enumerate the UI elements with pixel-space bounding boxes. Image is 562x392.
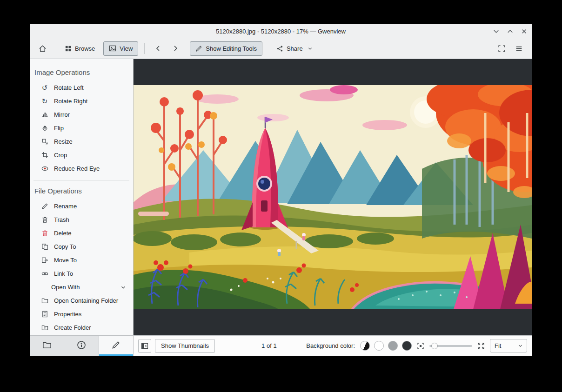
- link-to-icon: [41, 270, 48, 278]
- folder-tab-icon: [42, 340, 52, 352]
- sidebar-tab-information[interactable]: [64, 336, 99, 356]
- show-thumbnails-label: Show Thumbnails: [161, 342, 209, 349]
- sidebar-item-rotate-left[interactable]: ↺ Rotate Left: [30, 81, 133, 94]
- back-chevron-icon: [154, 45, 162, 52]
- view-button[interactable]: View: [103, 41, 138, 56]
- image-viewer-canvas[interactable]: [134, 59, 532, 335]
- sidebar-item-mirror[interactable]: Mirror: [30, 108, 133, 121]
- sidebar: Image Operations ↺ Rotate Left ↻ Rotate …: [30, 59, 134, 356]
- sidebar-item-label: Delete: [54, 230, 72, 237]
- forward-chevron-icon: [172, 45, 179, 52]
- flip-icon: [41, 125, 48, 132]
- sidebar-item-label: Link To: [54, 270, 73, 277]
- home-button[interactable]: [35, 41, 50, 56]
- sidebar-item-label: Open Containing Folder: [54, 297, 118, 304]
- zoom-actual-size-icon[interactable]: [477, 342, 485, 350]
- show-editing-tools-button[interactable]: Show Editing Tools: [190, 41, 262, 56]
- background-swatch-auto[interactable]: [360, 341, 370, 351]
- displayed-image: [134, 85, 532, 309]
- image-view-icon: [109, 45, 116, 52]
- back-button[interactable]: [151, 41, 165, 56]
- background-color-label: Background color:: [306, 342, 355, 349]
- titlebar[interactable]: 5120x2880.jpg - 5120x2880 - 17% — Gwenvi…: [30, 24, 532, 38]
- zoom-mode-select[interactable]: Fit: [490, 339, 527, 352]
- sidebar-item-label: Properties: [54, 311, 81, 318]
- sidebar-item-label: Rename: [54, 203, 77, 210]
- copy-to-icon: [41, 243, 48, 251]
- sidebar-item-label: Resize: [54, 138, 73, 145]
- page-indicator: 1 of 1: [261, 342, 277, 349]
- sidebar-item-open-containing-folder[interactable]: Open Containing Folder: [30, 294, 133, 307]
- sidebar-tab-operations[interactable]: [99, 336, 133, 356]
- zoom-slider-handle[interactable]: [431, 343, 438, 349]
- reduce-red-eye-icon: [41, 165, 48, 173]
- sidebar-item-open-with[interactable]: Open With: [30, 280, 133, 294]
- maximize-icon[interactable]: [505, 26, 515, 36]
- rename-icon: [41, 203, 48, 210]
- browse-button-label: Browse: [75, 45, 95, 52]
- resize-icon: [41, 138, 48, 146]
- sidebar-tab-folders[interactable]: [30, 336, 64, 356]
- statusbar: Show Thumbnails 1 of 1 Background color:: [134, 335, 532, 356]
- sidebar-item-move-to[interactable]: Move To: [30, 253, 133, 267]
- zoom-mode-value: Fit: [495, 342, 501, 349]
- minimize-icon[interactable]: [491, 26, 501, 36]
- sidebar-item-label: Open With: [51, 284, 80, 291]
- sidebar-item-properties[interactable]: Properties: [30, 307, 133, 321]
- show-thumbnails-button[interactable]: Show Thumbnails: [155, 339, 215, 353]
- background-swatch-dark[interactable]: [402, 341, 412, 351]
- toggle-sidebar-button[interactable]: [138, 339, 151, 353]
- menu-button[interactable]: [512, 41, 526, 56]
- sidebar-item-delete[interactable]: Delete: [30, 226, 133, 240]
- sidebar-item-rename[interactable]: Rename: [30, 199, 133, 213]
- show-editing-tools-label: Show Editing Tools: [206, 45, 257, 52]
- sidebar-item-flip[interactable]: Flip: [30, 121, 133, 135]
- sidebar-item-create-folder[interactable]: Create Folder: [30, 321, 133, 334]
- fullscreen-button[interactable]: [495, 41, 509, 56]
- toolbar-separator: [144, 43, 145, 54]
- pencil-icon: [195, 45, 202, 52]
- background-swatch-gray[interactable]: [388, 341, 398, 351]
- sidebar-item-link-to[interactable]: Link To: [30, 267, 133, 280]
- close-icon[interactable]: [519, 26, 529, 36]
- sidebar-item-reduce-red-eye[interactable]: Reduce Red Eye: [30, 162, 133, 175]
- move-to-icon: [41, 257, 48, 264]
- background-swatch-white[interactable]: [374, 341, 384, 351]
- sidebar-tabs: [30, 335, 133, 356]
- sidebar-panel-icon: [141, 342, 148, 350]
- sidebar-item-trash[interactable]: Trash: [30, 213, 133, 226]
- create-folder-icon: [41, 324, 48, 332]
- sidebar-item-resize[interactable]: Resize: [30, 135, 133, 148]
- mirror-icon: [41, 111, 48, 119]
- browse-button[interactable]: Browse: [59, 41, 100, 56]
- share-icon: [276, 45, 283, 52]
- image-operations-title: Image Operations: [30, 65, 133, 81]
- sidebar-item-label: Rotate Left: [54, 84, 84, 91]
- sidebar-item-label: Rotate Right: [54, 98, 87, 105]
- properties-icon: [41, 311, 48, 318]
- sidebar-item-copy-to[interactable]: Copy To: [30, 240, 133, 253]
- sidebar-operations-panel: Image Operations ↺ Rotate Left ↻ Rotate …: [30, 59, 133, 335]
- share-button[interactable]: Share: [271, 41, 319, 56]
- sidebar-item-label: Crop: [54, 152, 67, 159]
- chevron-down-icon: [120, 284, 127, 291]
- zoom-fit-icon[interactable]: [417, 342, 424, 350]
- sidebar-item-label: Move To: [54, 257, 77, 264]
- chevron-down-icon: [307, 46, 313, 52]
- zoom-slider[interactable]: [429, 341, 472, 351]
- hamburger-icon: [515, 45, 523, 53]
- share-button-label: Share: [287, 45, 303, 52]
- gwenview-window: 5120x2880.jpg - 5120x2880 - 17% — Gwenvi…: [30, 24, 532, 356]
- forward-button[interactable]: [168, 41, 182, 56]
- sidebar-item-label: Copy To: [54, 243, 76, 250]
- main-toolbar: Browse View: [30, 38, 532, 59]
- window-controls: [491, 24, 529, 38]
- folder-icon: [41, 297, 48, 305]
- sidebar-item-label: Mirror: [54, 111, 70, 118]
- sidebar-item-label: Flip: [54, 125, 64, 132]
- chevron-down-icon: [517, 343, 523, 349]
- sidebar-item-crop[interactable]: Crop: [30, 148, 133, 162]
- sidebar-item-rotate-right[interactable]: ↻ Rotate Right: [30, 94, 133, 108]
- crop-icon: [41, 152, 48, 159]
- window-title: 5120x2880.jpg - 5120x2880 - 17% — Gwenvi…: [30, 28, 532, 35]
